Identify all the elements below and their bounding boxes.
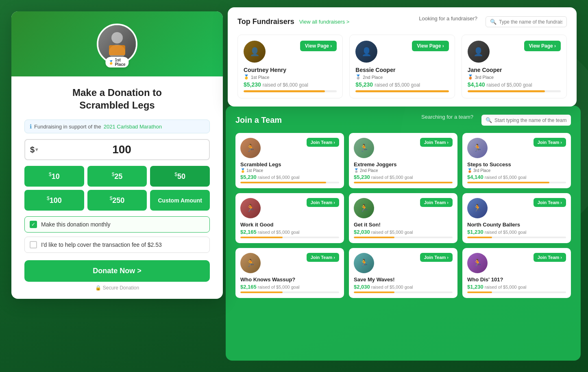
fc-place-2: 🥈 2nd Place (355, 74, 383, 80)
fc-progress-fill-3 (468, 90, 545, 92)
tc-progress-fill-7 (240, 292, 283, 293)
join-team-btn-6[interactable]: Join Team › (534, 198, 566, 207)
tc-progress-fill-9 (467, 292, 492, 293)
tc-top-3: 🏃 Join Team › (467, 138, 566, 158)
jt-search-box[interactable]: 🔍 (481, 115, 571, 126)
view-page-btn-1[interactable]: View Page › (300, 41, 337, 51)
tc-progress-5 (354, 237, 453, 238)
join-team-btn-4[interactable]: Join Team › (307, 198, 339, 207)
jt-search-input[interactable] (494, 117, 567, 123)
fc-name-1: Courtney Henry (244, 67, 286, 73)
transaction-fee-checkbox[interactable] (30, 241, 37, 248)
tc-top-1: 🏃 Join Team › (240, 138, 339, 158)
fc-place-icon-1: 🥇 (244, 74, 249, 80)
fc-progress-fill-2 (355, 90, 449, 92)
team-card-4: 🏃 Join Team › Work it Good $2,165 raised… (235, 193, 344, 243)
join-team-btn-8[interactable]: Join Team › (420, 253, 453, 262)
transaction-fee-label: I'd like to help cover the transaction f… (41, 241, 162, 248)
join-team-btn-1[interactable]: Join Team › (307, 138, 339, 147)
amount-10-button[interactable]: $10 (24, 166, 84, 187)
tc-avatar-5: 🏃 (354, 198, 374, 218)
fc-name-2: Bessie Cooper (355, 67, 395, 73)
tc-goal-5: raised of $5,000 goal (371, 230, 413, 235)
view-all-fundraisers-link[interactable]: View all fundraisers > (299, 19, 350, 25)
donation-panel: 🥇 1st Place Make a Donation to Scrambled… (11, 11, 223, 299)
transaction-fee-row[interactable]: I'd like to help cover the transaction f… (24, 237, 210, 253)
team-card-5: 🏃 Join Team › Get it Son! $2,030 raised … (349, 193, 457, 243)
fc-goal-2: raised of $5,000 goal (375, 82, 420, 88)
fundraiser-card-1: 👤 View Page › Courtney Henry 🥇 1st Place… (237, 35, 343, 98)
tc-place-1: 🥇 1st Place (240, 168, 339, 173)
tc-name-8: Save My Waves! (354, 276, 453, 283)
tc-place-icon-3: 🥉 (467, 168, 472, 173)
amount-custom-button[interactable]: Custom Amount (150, 190, 210, 211)
amount-25-button[interactable]: $25 (87, 166, 147, 187)
top-fundraisers-panel: Top Fundraisers View all fundraisers > L… (228, 7, 577, 107)
tc-name-7: Who Knows Wassup? (240, 276, 339, 283)
fc-amount-3: $4,140 (468, 81, 485, 88)
looking-text: Looking for a fundraiser? (419, 15, 477, 22)
tc-top-8: 🏃 Join Team › (354, 253, 453, 273)
tf-search-box[interactable]: 🔍 (486, 16, 567, 27)
join-team-btn-7[interactable]: Join Team › (307, 253, 339, 262)
tc-top-7: 🏃 Join Team › (240, 253, 339, 273)
fc-place-icon-2: 🥈 (355, 74, 361, 80)
join-team-btn-5[interactable]: Join Team › (420, 198, 453, 207)
jt-title: Join a Team (235, 115, 282, 125)
tc-progress-3 (467, 182, 566, 183)
tc-amount-7: $2,165 (240, 284, 257, 290)
view-page-btn-2[interactable]: View Page › (412, 41, 449, 51)
tc-goal-7: raised of $5,000 goal (258, 285, 300, 289)
fc-top-1: 👤 View Page › (244, 41, 337, 63)
tc-amount-1: $5,230 (240, 174, 257, 180)
donate-now-button[interactable]: Donate Now > (24, 260, 210, 282)
place-text: 1st Place (115, 58, 125, 67)
tc-avatar-1: 🏃 (240, 138, 261, 158)
monthly-label: Make this donation monthly (41, 221, 110, 228)
search-icon: 🔍 (490, 19, 497, 25)
searching-text: Searching for a team? (421, 114, 473, 120)
amount-250-button[interactable]: $250 (87, 190, 147, 211)
tc-amount-9: $1,230 (467, 284, 483, 290)
tc-progress-fill-5 (354, 237, 394, 238)
currency-chevron-icon[interactable]: ▾ (35, 147, 38, 152)
fc-goal-1: raised of $6,000 goal (263, 82, 308, 88)
amount-input[interactable] (39, 143, 204, 156)
fundraising-link[interactable]: 2021 Carlsbad Marathon (104, 124, 162, 130)
fc-avatar-3: 👤 (468, 41, 490, 63)
donation-body: ℹ Fundraising in support of the 2021 Car… (11, 115, 223, 299)
amount-50-button[interactable]: $50 (150, 166, 210, 187)
tf-header: Top Fundraisers View all fundraisers > L… (237, 15, 567, 28)
tc-place-icon-2: 🥈 (354, 168, 359, 173)
team-card-6: 🏃 Join Team › North County Ballers $1,23… (462, 193, 571, 243)
join-team-btn-9[interactable]: Join Team › (534, 253, 566, 262)
tc-goal-6: raised of $5,000 goal (485, 230, 527, 235)
tc-progress-2 (354, 182, 453, 183)
view-page-btn-3[interactable]: View Page › (524, 41, 561, 51)
fc-progress-1 (244, 90, 337, 92)
donation-title-line2: Scrambled Legs (79, 100, 155, 111)
amount-100-button[interactable]: $100 (24, 190, 84, 211)
tc-progress-4 (240, 237, 339, 238)
tc-place-3: 🥉 3rd Place (467, 168, 566, 173)
tc-goal-8: raised of $5,000 goal (371, 285, 413, 289)
join-team-btn-3[interactable]: Join Team › (534, 138, 566, 147)
tc-progress-9 (467, 292, 566, 293)
fc-amount-1: $5,230 (244, 81, 261, 88)
tf-search-input[interactable] (499, 19, 562, 25)
tc-progress-fill-3 (467, 182, 549, 183)
tc-goal-1: raised of $6,000 goal (258, 175, 300, 180)
donation-title: Make a Donation to Scrambled Legs (11, 76, 223, 115)
tc-goal-3: raised of $5,000 goal (485, 175, 527, 180)
join-team-btn-2[interactable]: Join Team › (420, 138, 453, 147)
monthly-donation-row[interactable]: ✓ Make this donation monthly (24, 216, 210, 233)
tc-progress-fill-4 (240, 237, 283, 238)
donation-hero: 🥇 1st Place (11, 11, 223, 76)
tc-name-6: North County Ballers (467, 222, 566, 228)
lock-icon: 🔒 (95, 285, 101, 291)
fc-avatar-img-1: 👤 (244, 41, 266, 63)
svg-point-0 (111, 32, 123, 44)
tc-top-2: 🏃 Join Team › (354, 138, 453, 158)
monthly-checkbox[interactable]: ✓ (30, 221, 37, 228)
fc-top-3: 👤 View Page › (468, 41, 561, 63)
